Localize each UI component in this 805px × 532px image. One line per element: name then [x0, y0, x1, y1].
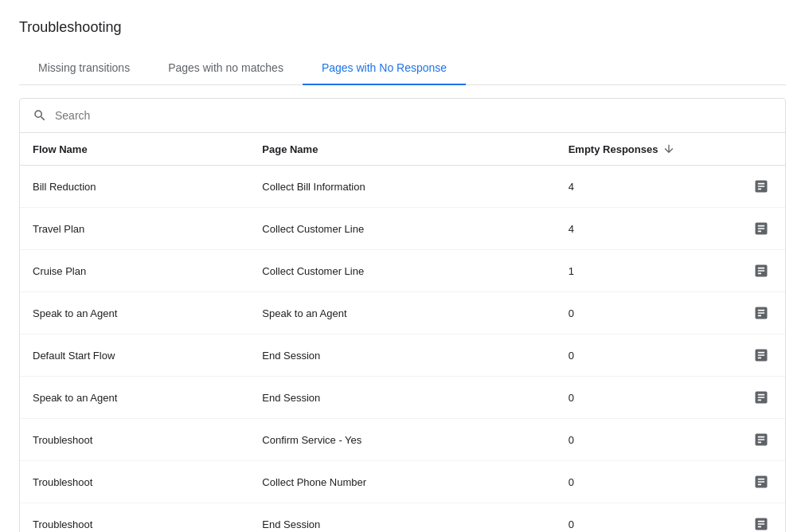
row-detail-button[interactable] [750, 175, 772, 198]
sort-icon [662, 143, 675, 155]
page-title: Troubleshooting [19, 19, 786, 36]
cell-action [709, 503, 785, 533]
cell-flow-name: Troubleshoot [20, 419, 249, 461]
table-row: Troubleshoot Collect Phone Number 0 [20, 461, 785, 503]
cell-action [709, 208, 785, 250]
cell-action [709, 166, 785, 208]
cell-action [709, 250, 785, 292]
table-row: Troubleshoot End Session 0 [20, 503, 785, 533]
row-detail-button[interactable] [750, 344, 772, 366]
table-row: Speak to an Agent End Session 0 [20, 377, 785, 419]
cell-action [709, 377, 785, 419]
cell-page-name: End Session [249, 377, 555, 419]
row-detail-button[interactable] [750, 428, 772, 451]
cell-page-name: End Session [249, 503, 555, 533]
cell-action [709, 334, 785, 377]
cell-empty-responses: 1 [556, 250, 709, 292]
cell-action [709, 292, 785, 334]
cell-page-name: Collect Bill Information [249, 166, 555, 208]
cell-flow-name: Cruise Plan [20, 250, 249, 292]
col-header-flow-name: Flow Name [20, 133, 249, 166]
table-row: Speak to an Agent Speak to an Agent 0 [20, 292, 785, 334]
row-detail-button[interactable] [750, 386, 772, 409]
cell-action [709, 461, 785, 503]
tab-no-response[interactable]: Pages with No Response [303, 52, 466, 85]
cell-page-name: Speak to an Agent [249, 292, 555, 334]
data-table: Flow Name Page Name Empty Responses [20, 133, 785, 532]
cell-flow-name: Bill Reduction [20, 166, 249, 208]
table-row: Bill Reduction Collect Bill Information … [20, 166, 785, 208]
table-row: Troubleshoot Confirm Service - Yes 0 [20, 419, 785, 461]
cell-flow-name: Speak to an Agent [20, 377, 249, 419]
cell-empty-responses: 4 [556, 166, 709, 208]
cell-empty-responses: 0 [556, 292, 709, 334]
table-row: Travel Plan Collect Customer Line 4 [20, 208, 785, 250]
col-header-empty-responses[interactable]: Empty Responses [556, 133, 709, 166]
cell-flow-name: Travel Plan [20, 208, 249, 250]
row-detail-button[interactable] [750, 260, 772, 282]
col-header-action [709, 133, 785, 166]
cell-flow-name: Troubleshoot [20, 503, 249, 533]
cell-page-name: Collect Customer Line [249, 250, 555, 292]
search-input[interactable] [55, 109, 772, 122]
cell-page-name: Confirm Service - Yes [249, 419, 555, 461]
col-header-page-name: Page Name [249, 133, 555, 166]
tab-missing-transitions[interactable]: Missing transitions [19, 52, 149, 85]
tab-bar: Missing transitions Pages with no matche… [19, 52, 786, 85]
row-detail-button[interactable] [750, 471, 772, 493]
tab-no-matches[interactable]: Pages with no matches [149, 52, 303, 85]
table-row: Cruise Plan Collect Customer Line 1 [20, 250, 785, 292]
cell-page-name: Collect Phone Number [249, 461, 555, 503]
cell-flow-name: Speak to an Agent [20, 292, 249, 334]
cell-page-name: End Session [249, 334, 555, 377]
cell-flow-name: Troubleshoot [20, 461, 249, 503]
cell-empty-responses: 0 [556, 334, 709, 377]
content-card: Flow Name Page Name Empty Responses [19, 98, 786, 532]
row-detail-button[interactable] [750, 217, 772, 240]
cell-empty-responses: 0 [556, 461, 709, 503]
row-detail-button[interactable] [750, 513, 772, 532]
search-bar [20, 99, 785, 133]
cell-flow-name: Default Start Flow [20, 334, 249, 377]
search-icon [33, 108, 47, 123]
cell-empty-responses: 0 [556, 419, 709, 461]
row-detail-button[interactable] [750, 302, 772, 324]
cell-empty-responses: 0 [556, 503, 709, 533]
cell-action [709, 419, 785, 461]
cell-empty-responses: 0 [556, 377, 709, 419]
cell-empty-responses: 4 [556, 208, 709, 250]
table-row: Default Start Flow End Session 0 [20, 334, 785, 377]
cell-page-name: Collect Customer Line [249, 208, 555, 250]
